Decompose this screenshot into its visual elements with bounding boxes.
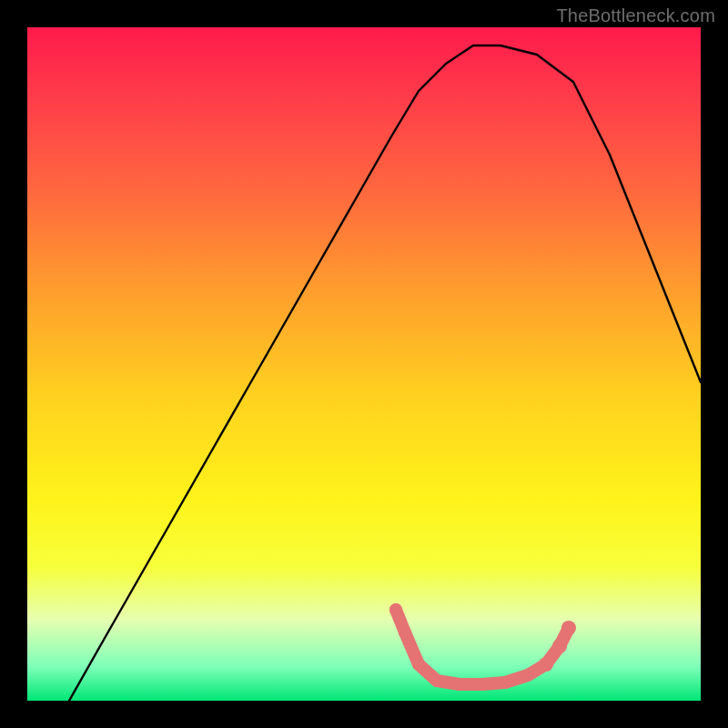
highlight-dot xyxy=(412,658,425,671)
highlight-dot xyxy=(539,657,553,672)
highlight-dot xyxy=(521,669,534,682)
chart-svg xyxy=(27,27,701,701)
highlight-dot xyxy=(399,626,411,639)
watermark-label: TheBottleneck.com xyxy=(556,5,715,26)
optimal-range-highlight xyxy=(389,603,576,691)
bottleneck-curve xyxy=(69,46,701,701)
highlight-dot xyxy=(430,674,443,687)
highlight-dot xyxy=(561,621,576,635)
chart-frame xyxy=(27,27,701,701)
highlight-dot xyxy=(389,603,402,616)
highlight-dot xyxy=(552,639,567,653)
highlight-dot xyxy=(499,676,511,689)
highlight-dot xyxy=(453,678,466,691)
highlight-stroke xyxy=(396,610,569,684)
highlight-dot xyxy=(476,678,489,691)
